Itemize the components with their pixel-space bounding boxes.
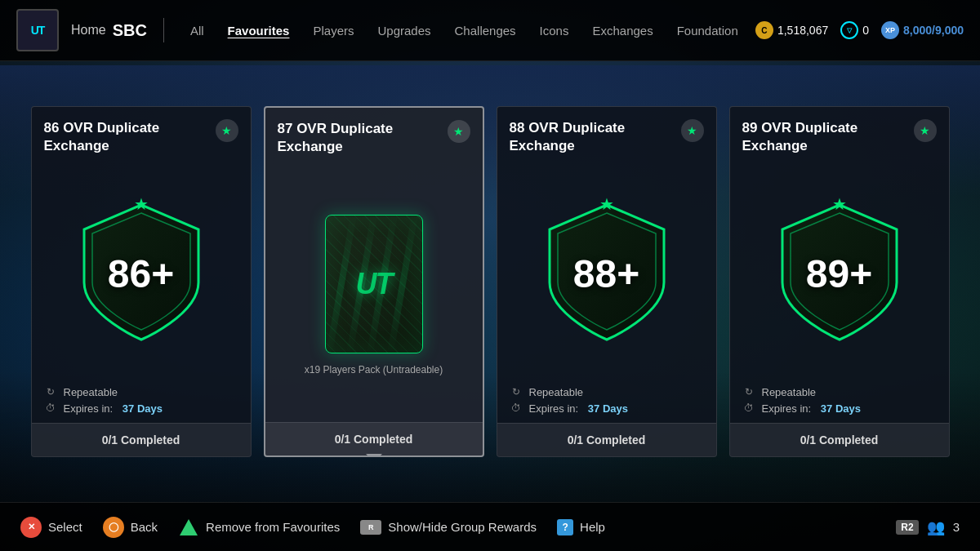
shield-number: 86+ — [108, 251, 174, 295]
xp-display: XP 8,000/9,000 — [881, 21, 964, 39]
expires-label: Expires in: — [529, 402, 581, 415]
pack-image: UT — [321, 211, 427, 358]
card-title: 88 OVR Duplicate Exchange — [510, 119, 681, 155]
nav-link-favourites[interactable]: Favourites — [218, 20, 300, 42]
repeatable-label: Repeatable — [529, 386, 584, 398]
coins-icon: C — [755, 21, 773, 39]
card-header: 87 OVR Duplicate Exchange — [265, 108, 483, 164]
expires-label: Expires in: — [762, 402, 814, 415]
nav-sbc[interactable]: SBC — [113, 21, 147, 40]
select-label: Select — [48, 520, 82, 534]
shield-star: ★ — [134, 194, 149, 214]
expires-row: ⏱ Expires in: 37 Days — [510, 402, 704, 415]
xp-icon: XP — [881, 21, 899, 39]
card-info: ↻ Repeatable ⏱ Expires in: 37 Days — [497, 381, 716, 423]
o-button-icon: ◯ — [103, 517, 124, 538]
remove-favourites-label: Remove from Favourites — [206, 520, 340, 534]
players-icon: 👥 — [927, 518, 945, 536]
shield-star: ★ — [599, 194, 614, 214]
nav-home[interactable]: Home — [71, 23, 106, 38]
nav-divider — [163, 18, 164, 42]
help-action[interactable]: ? Help — [557, 519, 605, 535]
header: UT Home SBC AllFavouritesPlayersUpgrades… — [0, 0, 980, 61]
shield-number: 88+ — [573, 251, 639, 295]
card-header: 88 OVR Duplicate Exchange — [497, 107, 716, 163]
repeatable-row: ↻ Repeatable — [510, 385, 704, 398]
points-value: 0 — [862, 24, 869, 37]
sbc-card-2[interactable]: 88 OVR Duplicate Exchange ★ 88+ — [497, 106, 717, 457]
back-action[interactable]: ◯ Back — [103, 517, 158, 538]
show-hide-label: Show/Hide Group Rewards — [388, 520, 537, 534]
xp-value: 8,000/9,000 — [903, 24, 964, 37]
repeatable-label: Repeatable — [64, 386, 118, 398]
repeatable-row: ↻ Repeatable — [742, 385, 937, 398]
repeatable-label: Repeatable — [762, 386, 817, 398]
card-footer: 0/1 Completed — [265, 422, 483, 455]
remove-favourites-action[interactable]: Remove from Favourites — [178, 517, 340, 538]
card-image-area: ★ 89+ — [730, 163, 949, 381]
card-footer: 0/1 Completed — [497, 423, 716, 456]
clock-icon: ⏱ — [44, 402, 57, 415]
favourite-star[interactable] — [448, 120, 470, 143]
card-image-area: ★ 88+ — [497, 163, 716, 381]
shield-badge: ★ 89+ — [774, 201, 905, 344]
card-image-area: ★ 86+ — [32, 163, 251, 381]
card-title: 87 OVR Duplicate Exchange — [278, 120, 448, 156]
expires-row: ⏱ Expires in: 37 Days — [44, 402, 238, 415]
players-count: 3 — [953, 520, 960, 534]
pack-label: x19 Players Pack (Untradeable) — [305, 364, 443, 375]
clock-icon: ⏱ — [510, 402, 523, 415]
triangle-button-icon — [178, 517, 199, 538]
repeat-icon: ↻ — [742, 385, 755, 398]
nav-link-players[interactable]: Players — [303, 20, 363, 42]
card-title: 86 OVR Duplicate Exchange — [44, 119, 216, 155]
bottom-bar: ✕ Select ◯ Back Remove from Favourites R… — [0, 502, 980, 551]
repeat-icon: ↻ — [44, 385, 57, 398]
expires-label: Expires in: — [64, 402, 116, 415]
x-button-icon: ✕ — [20, 517, 42, 538]
expires-value: 37 Days — [122, 402, 163, 415]
nav-link-upgrades[interactable]: Upgrades — [368, 20, 440, 42]
shield-star: ★ — [832, 194, 847, 214]
sbc-card-3[interactable]: 89 OVR Duplicate Exchange ★ 89+ — [729, 106, 950, 457]
favourite-star[interactable] — [914, 119, 937, 142]
expires-value: 37 Days — [588, 402, 628, 415]
repeatable-row: ↻ Repeatable — [44, 385, 238, 398]
repeat-icon: ↻ — [510, 385, 523, 398]
nav-link-challenges[interactable]: Challenges — [445, 20, 526, 42]
card-info: ↻ Repeatable ⏱ Expires in: 37 Days — [730, 381, 949, 423]
sbc-card-0[interactable]: 86 OVR Duplicate Exchange ★ 86+ — [31, 106, 252, 457]
pack-outer: UT — [325, 215, 423, 353]
r2-badge: R2 — [896, 520, 918, 535]
card-info: ↻ Repeatable ⏱ Expires in: 37 Days — [32, 381, 251, 423]
shield-badge: ★ 86+ — [76, 201, 207, 344]
bottom-right: R2 👥 3 — [896, 518, 960, 536]
card-footer: 0/1 Completed — [730, 423, 949, 456]
select-action[interactable]: ✕ Select — [20, 517, 82, 538]
shield-badge: ★ 88+ — [541, 201, 672, 344]
favourite-star[interactable] — [681, 119, 704, 142]
sbc-card-1[interactable]: 87 OVR Duplicate Exchange UT — [264, 106, 484, 457]
ut-logo: UT — [16, 9, 59, 51]
expires-value: 37 Days — [821, 402, 861, 415]
coins-display: C 1,518,067 — [755, 21, 828, 39]
help-label: Help — [580, 520, 605, 534]
main-content: 86 OVR Duplicate Exchange ★ 86+ — [0, 61, 980, 502]
nav-link-exchanges[interactable]: Exchanges — [582, 20, 662, 42]
header-right: C 1,518,067 ▽ 0 XP 8,000/9,000 — [755, 21, 964, 39]
nav-link-icons[interactable]: Icons — [530, 20, 579, 42]
shield-number: 89+ — [806, 251, 872, 295]
favourite-star[interactable] — [216, 119, 238, 142]
card-footer: 0/1 Completed — [32, 423, 251, 456]
back-label: Back — [131, 520, 158, 534]
coins-value: 1,518,067 — [777, 24, 828, 37]
nav-links: AllFavouritesPlayersUpgradesChallengesIc… — [180, 20, 755, 42]
nav-link-foundation[interactable]: Foundation — [667, 20, 748, 42]
clock-icon: ⏱ — [742, 402, 755, 415]
nav-link-all[interactable]: All — [180, 20, 214, 42]
pack-logo: UT — [356, 267, 392, 301]
expires-row: ⏱ Expires in: 37 Days — [742, 402, 937, 415]
card-title: 89 OVR Duplicate Exchange — [742, 119, 914, 155]
help-icon: ? — [557, 519, 573, 535]
show-hide-action[interactable]: R Show/Hide Group Rewards — [360, 520, 537, 535]
